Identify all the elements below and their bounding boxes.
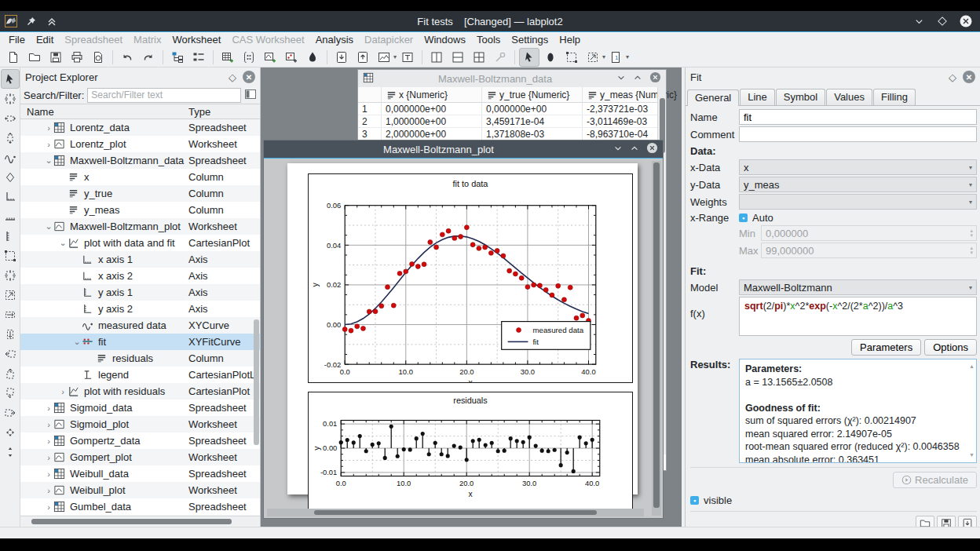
tree-expander-icon[interactable]: › <box>44 436 53 446</box>
add-shape-tool-icon[interactable] <box>1 167 20 187</box>
add-axis-left-tool-icon[interactable] <box>1 226 20 246</box>
column-header-x[interactable]: x {Numeric} <box>382 87 482 102</box>
fx-formula-box[interactable]: sqrt(2/pi)*x^2*exp(-x^2/(2*a^2))/a^3 <box>739 297 977 336</box>
worksheet-window-titlebar[interactable]: Maxwell-Boltzmann_plot <box>264 140 663 158</box>
tree-row-maxwell-boltzmann-data[interactable]: ⌄Maxwell-Boltzmann_dataSpreadsheet <box>20 152 260 169</box>
tree-vertical-scrollbar[interactable] <box>254 319 259 445</box>
tree-row-y-meas[interactable]: y_measColumn <box>20 202 260 218</box>
split-grid-icon[interactable] <box>469 48 489 67</box>
tree-row-plot-with-data-and-fit[interactable]: ⌄plot with data and fitCartesianPlot <box>20 235 260 251</box>
filter-options-button[interactable] <box>244 88 257 103</box>
spreadsheet-cell[interactable]: -8,963710e-04 <box>583 128 682 140</box>
open-project-icon[interactable] <box>24 48 45 67</box>
fit-plot[interactable]: fit to data0.010.020.030.040.0-0.020.000… <box>308 173 633 383</box>
tree-column-name[interactable]: Name <box>20 106 188 118</box>
comment-input[interactable] <box>739 126 977 142</box>
print-preview-icon[interactable] <box>88 48 108 67</box>
tree-row-legend[interactable]: legendCartesianPlotL <box>20 367 260 383</box>
pin-icon[interactable] <box>25 15 38 27</box>
tree-column-type[interactable]: Type <box>188 106 210 118</box>
auto-checkbox[interactable]: ▪ <box>739 213 748 222</box>
worksheet-window[interactable]: Maxwell-Boltzmann_plot fit to data0.010.… <box>263 140 664 519</box>
export-data-icon[interactable] <box>353 48 373 67</box>
chevron-down-icon[interactable] <box>912 15 925 27</box>
new-workbook-icon[interactable] <box>188 48 209 67</box>
window-shade-icon[interactable] <box>613 144 623 155</box>
weights-combobox[interactable]: ▾ <box>739 194 977 210</box>
tree-expander-icon[interactable]: › <box>58 387 68 396</box>
select-mode-icon[interactable] <box>519 48 539 67</box>
options-button[interactable]: Options <box>924 339 977 356</box>
menu-windows[interactable]: Windows <box>419 33 471 46</box>
new-datapicker-icon[interactable] <box>281 48 302 67</box>
undo-icon[interactable] <box>117 48 137 67</box>
tree-row-measured-data[interactable]: measured dataXYCurve <box>20 317 260 334</box>
new-spreadsheet-icon[interactable] <box>218 48 238 67</box>
window-maximize-icon[interactable] <box>630 144 639 155</box>
tab-symbol[interactable]: Symbol <box>776 89 825 105</box>
tree-row-x-axis-2[interactable]: x axis 2Axis <box>20 268 260 284</box>
new-folder-icon[interactable] <box>167 48 188 67</box>
tree-expander-icon[interactable]: › <box>44 486 53 495</box>
spreadsheet-cell[interactable]: 0,000000e+00 <box>482 103 583 115</box>
new-note-icon[interactable] <box>302 48 323 67</box>
recalculate-button[interactable]: Recalculate <box>893 472 977 488</box>
tree-expander-icon[interactable]: › <box>44 502 53 512</box>
window-maximize-icon[interactable] <box>633 73 642 85</box>
import-data-icon[interactable] <box>331 48 352 67</box>
zoom-fit-button-dropdown-icon[interactable]: ▾ <box>602 53 605 60</box>
tab-general[interactable]: General <box>687 89 739 106</box>
tree-row-plot-with-residuals[interactable]: ›plot with residualsCartesianPlot <box>20 383 260 400</box>
auto-scale-tool-icon[interactable] <box>1 403 20 422</box>
print-icon[interactable] <box>67 48 87 67</box>
tree-row-weibull-data[interactable]: ›Weibull_dataSpreadsheet <box>20 465 260 482</box>
tree-expander-icon[interactable]: ⌄ <box>58 238 68 248</box>
zoom-x-selection-tool-icon[interactable] <box>1 305 20 324</box>
residuals-plot[interactable]: residuals0.010.020.030.040.0-0.010.000.0… <box>308 392 633 509</box>
shift-down-y-tool-icon[interactable] <box>1 383 20 403</box>
close-panel-icon[interactable]: ✕ <box>963 71 975 83</box>
restore-icon[interactable] <box>936 15 949 27</box>
page-view-icon[interactable]: 1 <box>606 48 627 67</box>
tab-filling[interactable]: Filling <box>873 89 916 105</box>
results-box[interactable]: Parameters:a = 13.1565±2.0508 Goodness o… <box>739 359 977 463</box>
export-image-button-dropdown-icon[interactable]: ▾ <box>393 53 397 60</box>
tree-row-weibull-plot[interactable]: ›Weibull_plotWorksheet <box>20 482 260 498</box>
menu-edit[interactable]: Edit <box>31 33 59 46</box>
tree-row-y-axis-1[interactable]: y axis 1Axis <box>20 284 260 301</box>
spreadsheet-row-2[interactable]: 21,000000e+003,459171e-04-3,011469e-03 <box>358 115 666 128</box>
spreadsheet-cell[interactable]: 3,459171e-04 <box>482 115 583 127</box>
float-panel-icon[interactable]: ◇ <box>949 71 956 83</box>
name-input[interactable] <box>739 109 977 125</box>
tree-expander-icon[interactable]: › <box>44 420 53 429</box>
window-close-icon[interactable] <box>649 71 661 86</box>
y-data-combobox[interactable]: y_meas▾ <box>739 177 977 192</box>
column-header-y_meas[interactable]: y_meas {Numeric} <box>583 87 682 102</box>
tree-expander-icon[interactable]: ⌄ <box>44 155 53 166</box>
add-curve-tool-icon[interactable] <box>1 148 20 167</box>
tree-row-gompert-plot[interactable]: ›Gompert_plotWorksheet <box>20 449 260 465</box>
redo-icon[interactable] <box>138 48 159 67</box>
tree-expander-icon[interactable]: › <box>44 469 53 479</box>
tree-row-fit[interactable]: ⌄fitXYFitCurve <box>20 334 260 350</box>
zoom-in-tool-icon[interactable] <box>1 246 20 265</box>
new-document-icon[interactable] <box>3 48 24 67</box>
page-view-button-dropdown-icon[interactable]: ▾ <box>626 53 629 60</box>
worksheet-page[interactable]: fit to data0.010.020.030.040.0-0.020.000… <box>287 163 638 494</box>
split-vertical-icon[interactable] <box>426 48 447 67</box>
navigate-mode-icon[interactable] <box>540 48 561 67</box>
search-filter-input[interactable] <box>87 88 241 103</box>
tree-expander-icon[interactable]: › <box>44 403 53 413</box>
select-tool-icon[interactable] <box>1 69 20 89</box>
spreadsheet-cell[interactable]: -2,373721e-03 <box>583 103 682 115</box>
min-spinbox[interactable]: 0,000000▴▾ <box>761 225 977 241</box>
menu-help[interactable]: Help <box>554 33 586 46</box>
shift-left-x-tool-icon[interactable] <box>1 344 20 363</box>
tree-row-y-true[interactable]: y_trueColumn <box>20 185 260 202</box>
tree-expander-icon[interactable]: ⌄ <box>44 221 53 232</box>
tree-row-sigmoid-data[interactable]: ›Sigmoid_dataSpreadsheet <box>20 400 260 416</box>
menu-analysis[interactable]: Analysis <box>310 33 359 46</box>
tree-row-lorentz-data[interactable]: ›Lorentz_dataSpreadsheet <box>20 119 260 136</box>
tree-row-x[interactable]: xColumn <box>20 169 260 185</box>
window-shade-icon[interactable] <box>616 73 626 85</box>
